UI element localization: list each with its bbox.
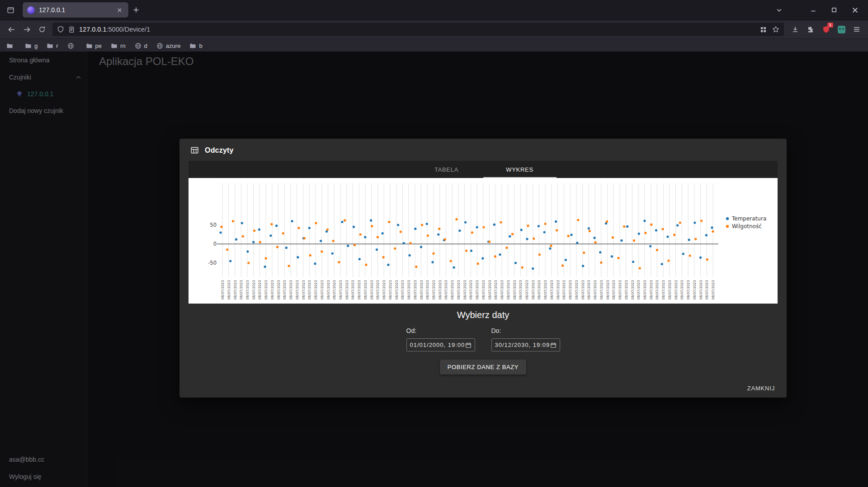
to-datetime-input[interactable]: 30/12/2030, 19:09 [491,338,560,351]
tab-close-icon[interactable] [115,5,124,14]
readings-dialog: Odczyty TABELA WYKRES 500-5008/07/202308… [179,139,787,398]
from-date-column: Od: 01/01/2000, 19:00 [406,327,475,351]
folder-icon [189,42,196,49]
forward-button[interactable] [19,23,34,36]
dialog-header: Odczyty [179,139,787,160]
svg-text:08/07/2023: 08/07/2023 [221,280,225,300]
bookmark-item[interactable]: d [135,42,147,49]
svg-text:08/07/2023: 08/07/2023 [668,280,672,300]
menu-hamburger-icon[interactable] [849,23,864,36]
list-all-tabs-icon[interactable] [771,2,787,18]
new-tab-button[interactable] [128,2,144,18]
svg-text:08/07/2023: 08/07/2023 [711,280,715,300]
svg-text:08/07/2023: 08/07/2023 [388,280,392,300]
svg-text:08/07/2023: 08/07/2023 [407,280,411,300]
bookmark-item[interactable]: g [25,42,38,49]
close-window-button[interactable] [844,0,865,20]
svg-text:08/07/2023: 08/07/2023 [568,280,572,300]
svg-text:08/07/2023: 08/07/2023 [649,280,653,300]
svg-text:08/07/2023: 08/07/2023 [413,280,417,300]
bookmark-item[interactable]: rn [111,42,126,49]
dialog-tabs: TABELA WYKRES [189,161,778,178]
back-button[interactable] [4,23,19,36]
globe-icon [67,42,74,49]
to-date-column: Do: 30/12/2030, 19:09 [491,327,560,351]
minimize-button[interactable] [803,0,824,20]
svg-text:08/07/2023: 08/07/2023 [624,280,628,300]
folder-icon [111,42,118,49]
svg-text:08/07/2023: 08/07/2023 [420,280,424,300]
firefox-view-icon[interactable] [3,2,18,18]
svg-text:08/07/2023: 08/07/2023 [239,280,243,300]
svg-text:08/07/2023: 08/07/2023 [506,280,510,300]
url-host: 127.0.0.1 [79,26,106,33]
svg-text:08/07/2023: 08/07/2023 [469,280,473,300]
svg-text:08/07/2023: 08/07/2023 [252,280,256,300]
svg-text:08/07/2023: 08/07/2023 [693,280,697,300]
maximize-button[interactable] [824,0,844,20]
adblock-shield-icon[interactable]: 1 [818,23,834,36]
svg-text:08/07/2023: 08/07/2023 [699,280,703,300]
page-actions [760,26,779,33]
site-info-page-icon[interactable] [68,26,75,33]
browser-tab[interactable]: 127.0.0.1 [23,2,128,18]
svg-text:08/07/2023: 08/07/2023 [450,280,454,300]
dialog-title: Odczyty [205,146,234,155]
svg-text:08/07/2023: 08/07/2023 [637,280,641,300]
from-datetime-input[interactable]: 01/01/2000, 19:00 [406,338,475,351]
folder-icon [25,42,32,49]
folder-icon [6,42,13,49]
svg-text:08/07/2023: 08/07/2023 [351,280,355,300]
svg-text:08/07/2023: 08/07/2023 [283,280,287,300]
calendar-icon[interactable] [550,342,557,348]
bookmark-item[interactable] [6,42,16,49]
calendar-icon[interactable] [465,342,472,348]
svg-text:08/07/2023: 08/07/2023 [233,280,237,300]
bookmark-item[interactable]: r [47,42,58,49]
svg-text:08/07/2023: 08/07/2023 [655,280,659,300]
reader-grid-icon[interactable] [760,26,767,33]
extension-badge: 1 [827,23,833,28]
tracking-protection-shield-icon[interactable] [57,26,64,33]
bookmark-star-icon[interactable] [772,26,779,33]
bookmark-item[interactable]: pe [86,42,102,49]
svg-text:50: 50 [210,222,217,228]
svg-text:08/07/2023: 08/07/2023 [581,280,585,300]
bookmark-item[interactable]: azure [156,42,181,49]
tab-strip: 127.0.0.1 [0,0,868,20]
folder-icon [47,42,53,49]
svg-text:08/07/2023: 08/07/2023 [513,280,517,300]
svg-text:08/07/2023: 08/07/2023 [339,280,343,300]
bookmark-item[interactable] [67,42,77,49]
extensions-puzzle-icon[interactable] [803,23,818,36]
svg-text:08/07/2023: 08/07/2023 [345,280,349,300]
tab-title: 127.0.0.1 [39,6,111,14]
download-icon[interactable] [788,23,803,36]
svg-text:08/07/2023: 08/07/2023 [575,280,579,300]
url-bar[interactable]: 127.0.0.1:5000/Device/1 [52,23,784,36]
tab-wykres[interactable]: WYKRES [483,161,557,178]
svg-text:08/07/2023: 08/07/2023 [488,280,492,300]
svg-text:08/07/2023: 08/07/2023 [326,280,330,300]
svg-text:08/07/2023: 08/07/2023 [425,280,429,300]
dates-row: Od: 01/01/2000, 19:00 Do: 30/12/2030, 19… [179,327,787,351]
svg-text:08/07/2023: 08/07/2023 [382,280,386,300]
svg-text:08/07/2023: 08/07/2023 [302,280,306,300]
globe-icon [156,42,163,49]
svg-text:08/07/2023: 08/07/2023 [593,280,597,300]
svg-text:08/07/2023: 08/07/2023 [631,280,635,300]
url-text: 127.0.0.1:5000/Device/1 [79,26,150,33]
close-dialog-button[interactable]: ZAMKNIJ [745,384,778,392]
green-extension-icon[interactable] [834,23,849,36]
tab-favicon [27,6,35,14]
svg-text:08/07/2023: 08/07/2023 [481,280,486,300]
reload-button[interactable] [34,23,50,36]
svg-text:08/07/2023: 08/07/2023 [363,280,368,300]
svg-text:08/07/2023: 08/07/2023 [289,280,293,300]
tab-tabela[interactable]: TABELA [410,161,483,178]
bookmark-item[interactable]: b [189,42,202,49]
fetch-data-button[interactable]: POBIERZ DANE Z BAZY [440,360,526,375]
fetch-row: POBIERZ DANE Z BAZY [179,360,787,375]
svg-text:Wilgotność: Wilgotność [732,223,762,229]
browser-window: 127.0.0.1 [0,0,868,487]
